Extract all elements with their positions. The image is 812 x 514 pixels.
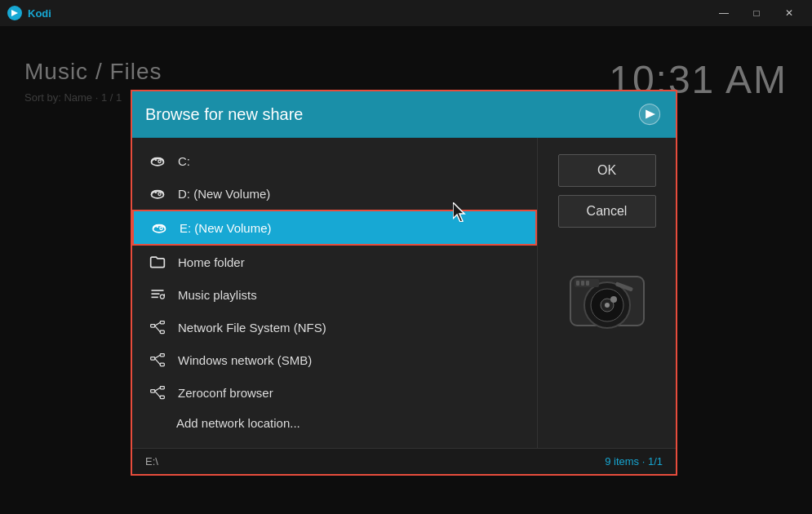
- dialog-body: C: D: (New Volume): [132, 138, 676, 448]
- network-icon: [149, 351, 166, 369]
- cancel-button[interactable]: Cancel: [558, 195, 656, 228]
- svg-point-39: [610, 296, 617, 303]
- list-item-label: E: (New Volume): [180, 221, 272, 235]
- dialog-right-panel: OK Cancel: [537, 138, 676, 448]
- disk-icon: [149, 152, 166, 170]
- svg-line-22: [155, 326, 161, 332]
- folder-icon: [149, 253, 166, 271]
- list-item-label: Home folder: [178, 255, 245, 269]
- list-item[interactable]: Zeroconf browser: [132, 376, 537, 409]
- list-item-label: Zeroconf browser: [178, 386, 273, 400]
- list-item-label: C:: [178, 154, 190, 168]
- window-controls: — □ ✕: [708, 0, 805, 26]
- item-list: C: D: (New Volume): [132, 138, 537, 448]
- svg-rect-5: [155, 159, 158, 161]
- svg-rect-30: [160, 396, 164, 398]
- svg-rect-11: [157, 226, 159, 228]
- dialog-footer: E:\ 9 items · 1/1: [132, 448, 676, 474]
- svg-rect-29: [160, 387, 164, 389]
- list-item-label: Add network location...: [176, 416, 300, 430]
- svg-point-37: [605, 303, 610, 308]
- svg-point-7: [152, 192, 164, 198]
- dialog-header: Browse for new share: [132, 91, 676, 138]
- disk-icon: [150, 219, 168, 237]
- list-item[interactable]: Home folder: [132, 246, 537, 278]
- svg-line-27: [155, 358, 161, 365]
- footer-count: 9 items · 1/1: [605, 455, 663, 467]
- list-item[interactable]: D: (New Volume): [132, 177, 537, 210]
- svg-point-16: [160, 295, 164, 299]
- app-name: Kodi: [28, 7, 708, 20]
- list-item-label: D: (New Volume): [178, 187, 270, 201]
- svg-rect-18: [151, 325, 155, 327]
- svg-line-31: [155, 388, 161, 391]
- svg-rect-8: [155, 192, 158, 193]
- list-item-label: Music playlists: [178, 288, 257, 302]
- titlebar: Kodi — □ ✕: [0, 0, 812, 26]
- list-item-selected[interactable]: E: (New Volume): [132, 210, 537, 246]
- svg-rect-28: [151, 390, 155, 392]
- svg-point-9: [158, 193, 161, 195]
- svg-point-10: [153, 226, 166, 233]
- svg-point-4: [152, 159, 164, 166]
- kodi-logo-icon: [7, 5, 23, 21]
- list-item[interactable]: Music playlists: [132, 278, 537, 311]
- svg-rect-42: [581, 281, 584, 286]
- svg-line-26: [155, 355, 161, 358]
- add-network-location-item[interactable]: Add network location...: [132, 409, 537, 437]
- list-item-label: Windows network (SMB): [178, 353, 312, 367]
- footer-path: E:\: [145, 455, 158, 467]
- ok-button[interactable]: OK: [558, 154, 656, 187]
- svg-rect-41: [576, 281, 579, 286]
- dialog-title: Browse for new share: [145, 105, 303, 124]
- minimize-button[interactable]: —: [708, 0, 740, 26]
- svg-point-12: [160, 227, 162, 229]
- dialog-kodi-icon: [637, 101, 663, 127]
- hdd-image: [566, 260, 648, 342]
- network-icon: [149, 318, 166, 336]
- svg-rect-25: [160, 363, 164, 366]
- maximize-button[interactable]: □: [740, 0, 773, 26]
- svg-rect-24: [160, 354, 164, 357]
- close-button[interactable]: ✕: [773, 0, 805, 26]
- network-icon: [149, 383, 166, 401]
- playlist-icon: [149, 286, 166, 304]
- svg-rect-23: [151, 357, 155, 360]
- svg-point-6: [158, 160, 161, 162]
- browse-dialog: Browse for new share C:: [131, 90, 677, 476]
- svg-rect-43: [586, 281, 589, 286]
- svg-rect-19: [160, 321, 164, 324]
- list-item[interactable]: C:: [132, 144, 537, 177]
- disk-icon: [149, 184, 166, 202]
- svg-rect-20: [160, 330, 164, 333]
- svg-line-21: [155, 322, 161, 326]
- list-item[interactable]: Network File System (NFS): [132, 311, 537, 343]
- svg-line-32: [155, 391, 161, 397]
- list-item-label: Network File System (NFS): [178, 321, 326, 335]
- list-item[interactable]: Windows network (SMB): [132, 343, 537, 376]
